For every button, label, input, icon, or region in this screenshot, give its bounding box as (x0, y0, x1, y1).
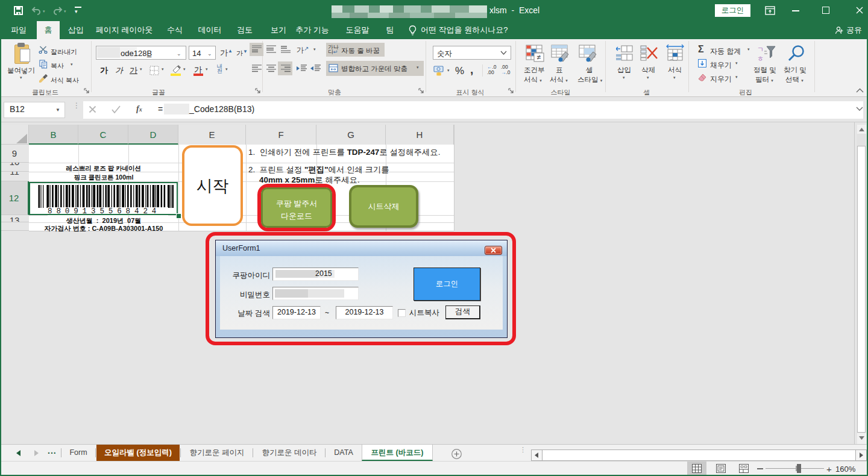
svg-text:ㅎ: ㅎ (757, 55, 764, 62)
svg-text:ㄱ: ㄱ (757, 46, 764, 53)
svg-text:≠: ≠ (537, 53, 541, 61)
